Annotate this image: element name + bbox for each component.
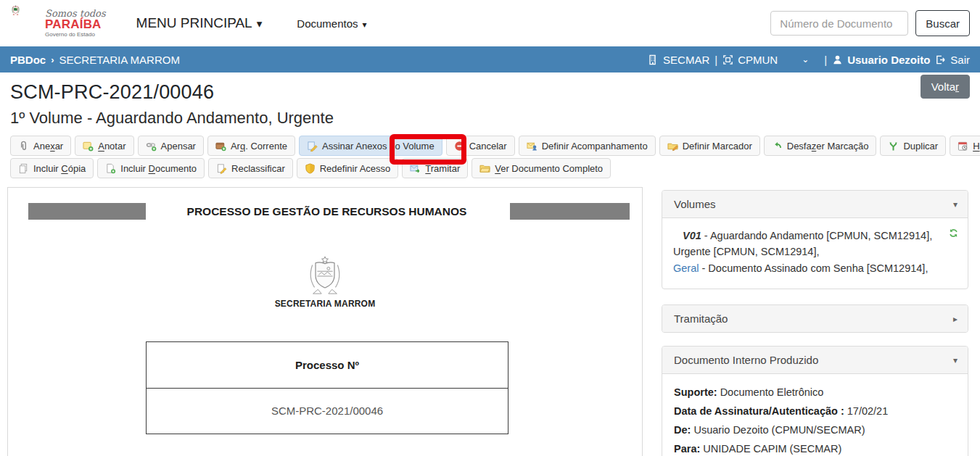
toolbar-button-label: Incluir Cópia bbox=[33, 163, 86, 174]
logo-name: PARAÍBA bbox=[45, 18, 106, 30]
follow-icon bbox=[527, 141, 538, 152]
divider: | bbox=[824, 54, 827, 66]
toolbar-row-1: AnexarAnotarApensarArq. CorrenteAssinar … bbox=[10, 136, 970, 156]
copy-icon bbox=[18, 163, 29, 174]
chain-add-icon bbox=[146, 141, 157, 152]
logout-link[interactable]: Sair bbox=[935, 54, 970, 66]
info-field-label: Para: bbox=[674, 443, 700, 455]
logout-label: Sair bbox=[950, 54, 970, 66]
toolbar-button-apensar[interactable]: Apensar bbox=[138, 136, 204, 156]
toolbar-button-label: Reclassificar bbox=[231, 163, 285, 174]
top-header: Somos todos PARAÍBA Governo do Estado ME… bbox=[0, 0, 980, 46]
toolbar-button-label: Anotar bbox=[98, 141, 125, 152]
toolbar-button-tramitar[interactable]: Tramitar bbox=[402, 158, 468, 178]
volumes-panel-header[interactable]: Volumes ▾ bbox=[662, 191, 968, 217]
breadcrumb-location: SECRETARIA MARROM bbox=[59, 54, 180, 66]
voltar-button[interactable]: Voltar bbox=[921, 75, 970, 99]
toolbar-row-2: Incluir CópiaIncluir DocumentoReclassifi… bbox=[10, 158, 970, 178]
doc-interno-panel: Documento Interno Produzido ▾ Suporte: D… bbox=[662, 346, 968, 456]
nav-menu-principal[interactable]: MENU PRINCIPAL bbox=[136, 15, 263, 31]
toolbar-button-anotar[interactable]: Anotar bbox=[75, 136, 133, 156]
page-edit-icon bbox=[216, 163, 227, 174]
document-number-input[interactable] bbox=[770, 11, 908, 36]
logout-icon bbox=[935, 54, 946, 65]
toolbar-button-label: Anexar bbox=[33, 141, 63, 152]
volumes-body: V01 - Aguardando Andamento [CPMUN, SCM12… bbox=[662, 217, 968, 289]
breadcrumb-separator-icon: › bbox=[51, 54, 54, 65]
org-label: SECMAR bbox=[663, 54, 709, 66]
paraiba-logo: Somos todos PARAÍBA Governo do Estado bbox=[10, 4, 106, 42]
toolbar-button-label: Cancelar bbox=[469, 141, 507, 152]
toolbar-button-cancelar[interactable]: Cancelar bbox=[446, 136, 515, 156]
document-status-subtitle: 1º Volume - Aguardando Andamento, Urgent… bbox=[10, 109, 970, 128]
toolbar-button-duplicar[interactable]: Duplicar bbox=[880, 136, 946, 156]
toolbar-button-redefinir-acesso[interactable]: Redefinir Acesso bbox=[297, 158, 399, 178]
folder-edit-icon bbox=[667, 141, 678, 152]
toolbar-button-desfazer-marcacao[interactable]: Desfazer Marcação bbox=[764, 136, 877, 156]
info-field-label: Data de Assinatura/Autenticação : bbox=[674, 405, 844, 417]
process-number-table: Processo Nº SCM-PRC-2021/00046 bbox=[146, 341, 508, 434]
volumes-title: Volumes bbox=[674, 198, 716, 210]
toolbar-button-label: Ver Documento Completo bbox=[495, 163, 603, 174]
note-add-icon bbox=[83, 141, 94, 152]
tramitacao-panel-header[interactable]: Tramitação ▸ bbox=[662, 305, 968, 332]
shield-icon bbox=[305, 163, 316, 174]
nav-documentos[interactable]: Documentos bbox=[297, 17, 366, 30]
undo-icon bbox=[772, 141, 783, 152]
toolbar-button-definir-marcador[interactable]: Definir Marcador bbox=[659, 136, 760, 156]
toolbar-button-reclassificar[interactable]: Reclassificar bbox=[208, 158, 293, 178]
table-header: Processo Nº bbox=[147, 342, 508, 389]
chevron-down-icon: ▾ bbox=[953, 355, 958, 365]
document-number-title: SCM-PRC-2021/00046 bbox=[10, 81, 970, 104]
split-icon bbox=[888, 141, 899, 152]
session-info: SECMAR | CPMUN ⌄ | Usuario Dezoito bbox=[648, 54, 970, 66]
info-field-label: Suporte: bbox=[674, 386, 717, 398]
unit-frame-icon bbox=[722, 54, 733, 65]
toolbar-button-arq-corrente[interactable]: Arq. Corrente bbox=[207, 136, 295, 156]
info-field-de: De: Usuario Dezoito (CPMUN/SECMAR) bbox=[674, 421, 956, 440]
document-preview: PROCESSO DE GESTÃO DE RECURSOS HUMANOS S… bbox=[7, 187, 643, 456]
toolbar-button-incluir-copia[interactable]: Incluir Cópia bbox=[10, 158, 94, 178]
toolbar-button-definir-acompanhamento[interactable]: Definir Acompanhamento bbox=[519, 136, 656, 156]
document-header: SCM-PRC-2021/00046 Voltar 1º Volume - Ag… bbox=[0, 72, 980, 178]
app-name[interactable]: PBDoc bbox=[10, 54, 46, 66]
unit-dropdown-caret-icon[interactable]: ⌄ bbox=[802, 54, 809, 65]
history-icon bbox=[958, 141, 968, 152]
unit-switcher[interactable]: CPMUN bbox=[722, 54, 778, 66]
sidebar: Volumes ▾ V01 - Aguardando Andamento [CP… bbox=[662, 190, 968, 456]
toolbar-button-label: Apensar bbox=[161, 141, 196, 152]
toolbar-button-historico[interactable]: Histórico bbox=[950, 136, 980, 156]
buscar-button[interactable]: Buscar bbox=[915, 10, 970, 36]
toolbar-button-label: Definir Marcador bbox=[683, 141, 752, 152]
volumes-panel: Volumes ▾ V01 - Aguardando Andamento [CP… bbox=[662, 190, 968, 289]
chevron-down-icon: ▾ bbox=[953, 199, 958, 210]
table-value: SCM-PRC-2021/00046 bbox=[147, 389, 508, 434]
paraiba-crest-icon bbox=[305, 254, 345, 299]
volume-link[interactable]: Geral bbox=[673, 262, 699, 274]
paraiba-coat-of-arms-icon bbox=[10, 4, 41, 42]
building-icon bbox=[648, 54, 659, 65]
toolbar-button-label: Duplicar bbox=[903, 141, 938, 152]
toolbar-button-label: Assinar Anexos do Volume bbox=[322, 141, 435, 152]
divider: | bbox=[715, 54, 717, 66]
refresh-icon[interactable] bbox=[948, 228, 959, 239]
toolbar-button-ver-documento-completo[interactable]: Ver Documento Completo bbox=[472, 158, 611, 178]
doc-interno-body: Suporte: Documento EletrônicoData de Ass… bbox=[662, 373, 968, 456]
doc-interno-panel-header[interactable]: Documento Interno Produzido ▾ bbox=[662, 347, 968, 373]
paperclip-icon bbox=[18, 141, 29, 152]
chevron-right-icon: ▸ bbox=[953, 314, 958, 324]
redacted-block bbox=[510, 203, 630, 220]
toolbar-button-label: Desfazer Marcação bbox=[787, 141, 869, 152]
archive-icon bbox=[215, 141, 226, 152]
folder-icon bbox=[479, 163, 490, 174]
breadcrumb-bar: PBDoc › SECRETARIA MARROM SECMAR | CPMUN… bbox=[0, 46, 980, 72]
tramitacao-panel: Tramitação ▸ bbox=[662, 304, 968, 333]
toolbar-button-assinar-anexos-do-volume[interactable]: Assinar Anexos do Volume bbox=[299, 136, 442, 156]
org-switcher[interactable]: SECMAR bbox=[648, 54, 709, 66]
toolbar-button-anexar[interactable]: Anexar bbox=[10, 136, 71, 156]
toolbar-button-label: Incluir Documento bbox=[120, 163, 197, 174]
toolbar-button-incluir-documento[interactable]: Incluir Documento bbox=[97, 158, 205, 178]
forward-icon bbox=[410, 163, 421, 174]
user-menu[interactable]: Usuario Dezoito bbox=[832, 54, 930, 66]
doc-add-icon bbox=[105, 163, 116, 174]
